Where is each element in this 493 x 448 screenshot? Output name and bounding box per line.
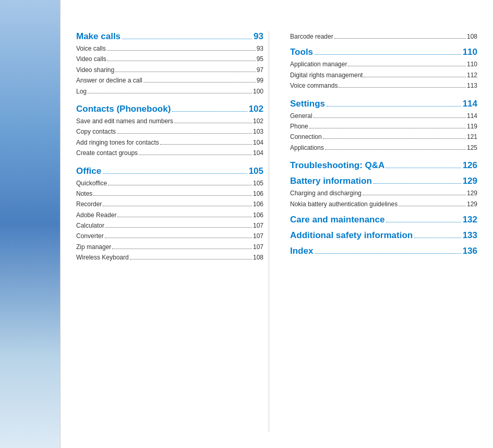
entry-page: 112 xyxy=(467,70,477,80)
entry-page: 121 xyxy=(467,132,477,142)
settings-title: Settings xyxy=(290,99,325,109)
battery-dots xyxy=(374,183,461,184)
entry-page: 125 xyxy=(467,143,477,153)
tools-entries: Application manager 110 Digital rights m… xyxy=(290,59,477,91)
entry-dots xyxy=(325,149,466,150)
toc-entry: Adobe Reader 106 xyxy=(76,210,263,220)
entry-dots xyxy=(309,128,466,128)
entry-page: 106 xyxy=(253,210,263,220)
entry-page: 119 xyxy=(467,121,477,132)
toc-entry: General 114 xyxy=(290,111,477,121)
entry-page: 129 xyxy=(467,199,477,209)
index-title: Index xyxy=(290,246,313,256)
entry-label: Adobe Reader xyxy=(76,210,116,220)
contacts-page: 102 xyxy=(249,104,263,114)
care-page: 132 xyxy=(463,215,477,225)
entry-label: Converter xyxy=(76,231,104,241)
toc-entry: Charging and discharging 129 xyxy=(290,188,477,198)
entry-page: 113 xyxy=(467,80,477,91)
care-dots xyxy=(386,222,461,222)
entry-label: Connection xyxy=(290,132,322,142)
entry-dots xyxy=(348,66,466,66)
office-entries: Quickoffice 105 Notes 106 Recorder 106 A… xyxy=(76,178,263,263)
entry-page: 104 xyxy=(253,148,263,158)
entry-dots xyxy=(107,50,256,51)
entry-dots xyxy=(115,72,255,72)
toc-entry: Application manager 110 xyxy=(290,59,477,69)
make-calls-dots xyxy=(122,39,252,39)
troubleshooting-title: Troubleshooting: Q&A xyxy=(290,160,384,171)
make-calls-entries: Voice calls 93 Video calls 95 Video shar… xyxy=(76,43,263,97)
entry-dots xyxy=(363,195,466,195)
troubleshooting-dots xyxy=(386,168,461,168)
section-tools-heading: Tools 110 xyxy=(290,47,477,57)
toc-entry: Quickoffice 105 xyxy=(76,178,263,188)
settings-page: 114 xyxy=(463,99,477,109)
barcode-label: Barcode reader xyxy=(290,31,333,42)
entry-label: Video calls xyxy=(76,54,106,64)
battery-title: Battery information xyxy=(290,176,372,186)
office-title: Office xyxy=(76,166,101,176)
entry-label: Add ringing tones for contacts xyxy=(76,137,159,148)
toc-entry: Wireless Keyboard 108 xyxy=(76,252,263,263)
entry-label: Quickoffice xyxy=(76,178,107,188)
battery-page: 129 xyxy=(463,176,477,186)
entry-label: Video sharing xyxy=(76,65,114,75)
entry-dots xyxy=(143,82,256,82)
entry-page: 107 xyxy=(253,220,263,231)
entry-dots xyxy=(130,259,252,260)
toc-entry: Save and edit names and numbers 102 xyxy=(76,116,263,126)
index-dots xyxy=(315,253,461,254)
entry-label: Notes xyxy=(76,188,92,199)
entry-dots xyxy=(88,93,252,93)
entry-dots xyxy=(117,133,252,134)
entry-page: 100 xyxy=(253,86,263,97)
office-page: 105 xyxy=(249,166,263,176)
settings-entries: General 114 Phone 119 Connection 121 App… xyxy=(290,111,477,154)
entry-dots xyxy=(93,195,252,196)
safety-dots xyxy=(414,238,461,238)
entry-label: Application manager xyxy=(290,59,347,69)
left-column: Make calls 93 Voice calls 93 Video calls… xyxy=(76,31,269,432)
barcode-dots xyxy=(334,38,466,39)
entry-dots xyxy=(117,217,252,217)
entry-dots xyxy=(314,117,466,118)
toc-entry: Calculator 107 xyxy=(76,220,263,231)
entry-dots xyxy=(174,123,252,123)
section-battery-heading: Battery information 129 xyxy=(290,176,477,186)
entry-page: 106 xyxy=(253,199,263,209)
toc-entry: Applications 125 xyxy=(290,143,477,153)
entry-label: Copy contacts xyxy=(76,126,116,137)
entry-dots xyxy=(323,138,466,139)
contacts-entries: Save and edit names and numbers 102 Copy… xyxy=(76,116,263,159)
section-index-heading: Index 136 xyxy=(290,246,477,256)
battery-entries: Charging and discharging 129 Nokia batte… xyxy=(290,188,477,209)
toc-entry: Connection 121 xyxy=(290,132,477,142)
entry-label: Phone xyxy=(290,121,308,132)
office-dots xyxy=(103,173,247,174)
settings-dots xyxy=(327,106,461,107)
entry-page: 103 xyxy=(253,126,263,137)
entry-label: Log xyxy=(76,86,87,97)
entry-page: 104 xyxy=(253,137,263,148)
toc-entry: Video sharing 97 xyxy=(76,65,263,75)
make-calls-page: 93 xyxy=(254,31,263,42)
entry-page: 107 xyxy=(253,242,263,252)
entry-page: 97 xyxy=(257,65,263,75)
entry-page: 106 xyxy=(253,188,263,199)
safety-title: Additional safety information xyxy=(290,230,413,241)
entry-page: 93 xyxy=(257,43,263,54)
contacts-title: Contacts (Phonebook) xyxy=(76,104,171,114)
entry-page: 105 xyxy=(253,178,263,188)
entry-dots xyxy=(160,144,252,145)
entry-dots xyxy=(108,185,252,185)
entry-dots xyxy=(112,249,252,249)
toc-entry: Add ringing tones for contacts 104 xyxy=(76,137,263,148)
section-safety-heading: Additional safety information 133 xyxy=(290,230,477,241)
toc-entry: Voice commands 113 xyxy=(290,80,477,91)
section-contacts-heading: Contacts (Phonebook) 102 xyxy=(76,104,263,114)
entry-dots xyxy=(105,238,252,238)
main-content: Make calls 93 Voice calls 93 Video calls… xyxy=(60,0,493,448)
make-calls-title: Make calls xyxy=(76,31,121,42)
section-troubleshooting-heading: Troubleshooting: Q&A 126 xyxy=(290,160,477,171)
